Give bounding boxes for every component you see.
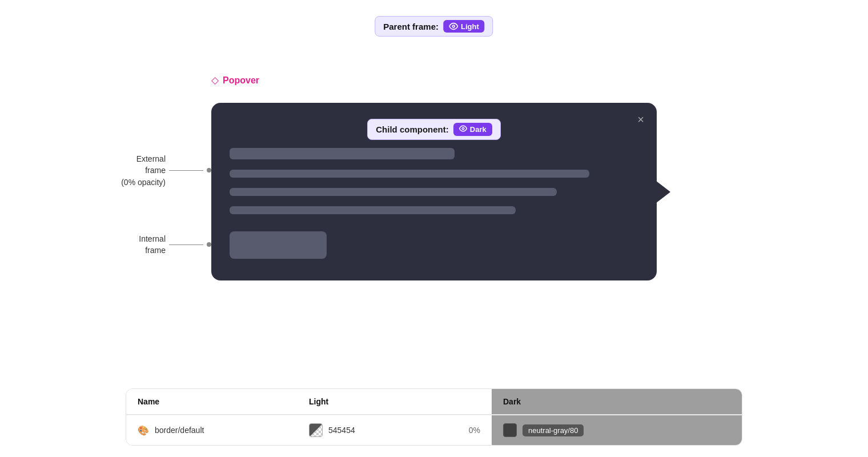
child-component-badge: Child component: Dark [367, 119, 500, 140]
child-theme-label: Dark [470, 125, 487, 134]
svg-point-0 [452, 25, 455, 27]
diamond-icon: ◇ [211, 74, 219, 86]
light-color-swatch [309, 423, 323, 437]
color-table: Name Light Dark 🎨 border/default 545454 … [126, 388, 742, 446]
annotation-dot-external [207, 168, 211, 173]
skeleton-line-2 [230, 188, 557, 196]
internal-frame-annotation: Internalframe [114, 233, 211, 256]
cell-light: 545454 0% [298, 415, 492, 445]
eye-icon [449, 22, 458, 31]
dark-token-value: neutral-gray/80 [523, 424, 584, 436]
child-badge-row: Child component: Dark [230, 119, 638, 140]
cell-dark: neutral-gray/80 [492, 415, 742, 445]
light-hex-value: 545454 [328, 426, 355, 435]
popover-card: × Child component: Dark [211, 103, 657, 280]
popover-label: Popover [223, 75, 259, 86]
light-opacity-value: 0% [469, 426, 480, 435]
annotation-dot-internal [207, 242, 211, 247]
svg-point-1 [462, 127, 464, 130]
skeleton-line-3 [230, 206, 516, 214]
child-eye-icon [459, 125, 467, 134]
cell-name-value: border/default [155, 426, 204, 435]
annotation-line-external [169, 170, 203, 171]
external-frame-annotation: Externalframe(0% opacity) [91, 153, 211, 188]
external-frame-text: Externalframe(0% opacity) [91, 153, 166, 188]
parent-theme-label: Light [461, 22, 479, 31]
skeleton-title [230, 148, 455, 159]
child-theme-pill[interactable]: Dark [453, 123, 492, 136]
table-row: 🎨 border/default 545454 0% neutral-gray/… [126, 415, 742, 445]
popover-section-label: ◇ Popover [211, 74, 259, 86]
skeleton-button[interactable] [230, 231, 327, 259]
col-header-name: Name [126, 389, 298, 414]
col-header-light: Light [298, 389, 492, 414]
col-header-dark: Dark [492, 389, 742, 414]
close-button[interactable]: × [637, 113, 644, 126]
table-header: Name Light Dark [126, 389, 742, 415]
parent-frame-label: Parent frame: [383, 22, 439, 31]
child-component-label: Child component: [376, 125, 449, 134]
parent-theme-pill[interactable]: Light [443, 20, 485, 33]
parent-frame-badge: Parent frame: Light [375, 16, 493, 37]
skeleton-line-1 [230, 170, 589, 178]
cell-name: 🎨 border/default [126, 415, 298, 445]
popover-arrow [656, 181, 670, 203]
dark-color-swatch [503, 423, 517, 437]
palette-icon: 🎨 [138, 425, 149, 436]
annotation-line-internal [169, 244, 203, 245]
internal-frame-text: Internalframe [114, 233, 166, 256]
